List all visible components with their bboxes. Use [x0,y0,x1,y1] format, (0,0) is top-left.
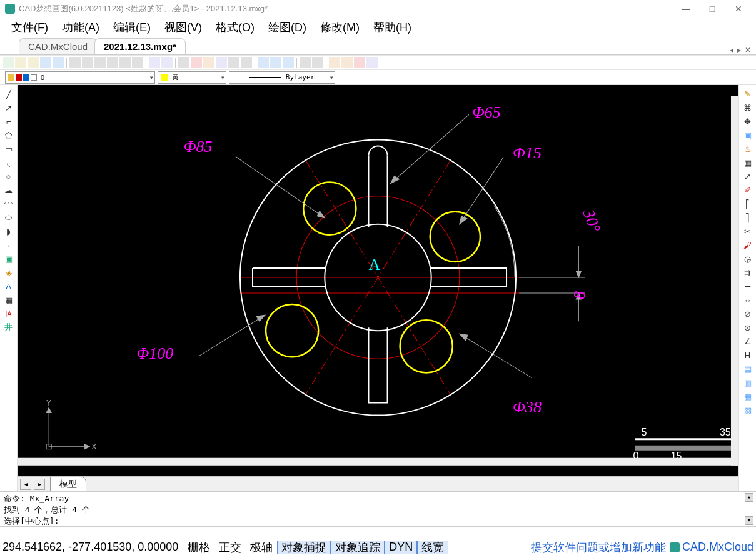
line-icon[interactable]: ╱ [3,88,15,100]
save-icon[interactable] [40,57,51,68]
linetype-combo[interactable]: ByLayer ▾ [229,71,335,84]
polar-toggle[interactable]: 极轴 [246,541,277,554]
command-input[interactable] [0,526,756,539]
offset-icon[interactable]: ⇉ [742,266,754,279]
cmd-scroll-up-icon[interactable]: ▴ [745,493,753,502]
polyline-icon[interactable]: ⌐ [3,115,15,128]
menu-draw[interactable]: 绘图(D) [262,19,313,36]
dim-radius-icon[interactable]: ⊘ [742,308,754,320]
pen-icon[interactable] [228,57,239,68]
dim-aligned-icon[interactable]: ↔ [742,294,754,306]
maximize-button[interactable]: □ [700,1,725,16]
extend-icon[interactable]: ⎤ [742,211,754,224]
osnap-toggle[interactable]: 对象捕捉 [277,541,331,554]
new-icon[interactable] [3,57,14,68]
tab-current-file[interactable]: 2021.12.13.mxg* [94,38,186,54]
grid-toggle[interactable]: 栅格 [183,541,214,554]
move-icon[interactable]: ✥ [742,115,754,128]
menu-format[interactable]: 格式(O) [209,19,261,36]
tab-cloud[interactable]: CAD.MxCloud [19,38,97,54]
model-tab[interactable]: 模型 [50,477,86,492]
view1-icon[interactable] [149,57,160,68]
brush-icon[interactable] [191,57,202,68]
xline-icon[interactable]: ↗ [3,101,15,114]
angle-icon[interactable] [119,57,131,68]
paint2-icon[interactable]: 🖌 [742,239,754,251]
image-icon[interactable] [341,57,353,68]
fillet-icon[interactable]: ◶ [742,252,754,265]
menu-view[interactable]: 视图(V) [158,19,208,36]
rectangle-icon[interactable]: ▭ [3,142,15,155]
layer-combo[interactable]: 0 ▾ [5,71,155,84]
zoom-out-icon[interactable] [94,57,106,68]
circle-icon[interactable]: ○ [3,170,15,182]
link-icon[interactable]: ⌘ [742,101,754,114]
dim-diameter-icon[interactable]: ⊙ [742,321,754,334]
measure-icon[interactable] [107,57,118,68]
menu-help[interactable]: 帮助(H) [367,19,418,36]
polygon-icon[interactable]: ⬠ [3,129,15,141]
group2-icon[interactable]: ▥ [742,376,754,389]
group-icon[interactable]: ▤ [742,362,754,375]
minimize-button[interactable]: — [673,1,698,16]
menu-modify[interactable]: 修改(M) [314,19,366,36]
revision-icon[interactable]: ☁ [3,184,15,196]
find-icon[interactable] [178,57,189,68]
saveas-icon[interactable] [53,57,64,68]
trim-icon[interactable]: ⎡ [742,198,754,210]
tab-close-icon[interactable]: ✕ [745,46,751,54]
cmd-scroll-down-icon[interactable]: ▾ [745,516,753,525]
paste-icon[interactable] [270,57,281,68]
drawing-canvas[interactable]: Φ85 Φ65 Φ15 30° 8 Φ38 Φ100 A X Y [18,85,738,476]
prev-layout-button[interactable]: ◂ [20,479,31,490]
eraser-icon[interactable] [203,57,214,68]
open-icon[interactable] [15,57,26,68]
insert-icon[interactable]: ◈ [3,266,15,279]
hatch-icon[interactable]: 井 [3,321,15,334]
ellipse-arc-icon[interactable]: ◗ [3,225,15,238]
lineweight-toggle[interactable]: 线宽 [417,541,448,554]
brand-label[interactable]: CAD.MxCloud [670,541,753,554]
text-icon[interactable]: A [3,280,15,292]
zoom-fit-icon[interactable] [69,57,81,68]
scale-icon[interactable]: ⤢ [742,170,754,182]
clip-icon[interactable] [241,57,252,68]
menu-function[interactable]: 功能(A) [56,19,106,36]
dyn-toggle[interactable]: DYN [385,541,417,554]
cloud-icon[interactable] [329,57,340,68]
tab-next-icon[interactable]: ▸ [737,46,741,54]
point-icon[interactable]: · [3,239,15,251]
spline-icon[interactable]: 〰 [3,198,15,210]
layers-icon[interactable] [216,57,227,68]
dim-leader-icon[interactable]: H [742,349,754,361]
zoom-window-icon[interactable] [132,57,143,68]
redo-icon[interactable] [312,57,323,68]
select-icon[interactable]: ▣ [742,129,754,141]
export-icon[interactable] [366,57,378,68]
block-icon[interactable]: ▣ [3,252,15,265]
dim-linear-icon[interactable]: ⊢ [742,280,754,292]
dim-angle-icon[interactable]: ∠ [742,335,754,348]
array-icon[interactable]: ▦ [742,156,754,169]
close-button[interactable]: ✕ [726,1,751,16]
menu-edit[interactable]: 编辑(E) [107,19,157,36]
brush2-icon[interactable]: ✎ [742,88,754,100]
clipboard-icon[interactable] [283,57,294,68]
tab-prev-icon[interactable]: ◂ [730,46,733,54]
view2-icon[interactable] [161,57,173,68]
group4-icon[interactable]: ▧ [742,404,754,416]
pdf-icon[interactable] [354,57,365,68]
break-icon[interactable]: ✂ [742,225,754,238]
color-combo[interactable]: 黄 ▾ [158,71,226,84]
copy-icon[interactable] [258,57,269,68]
ellipse-icon[interactable]: ⬭ [3,211,15,224]
paint-icon[interactable]: ✐ [742,184,754,196]
undo-icon[interactable] [300,57,311,68]
next-layout-button[interactable]: ▸ [34,479,45,490]
ortho-toggle[interactable]: 正交 [214,541,246,554]
rotate-icon[interactable]: ♨ [742,142,754,155]
zoom-in-icon[interactable] [82,57,93,68]
otrack-toggle[interactable]: 对象追踪 [331,541,385,554]
table-icon[interactable]: ▦ [3,294,15,306]
mtext-icon[interactable]: |A [3,308,15,320]
